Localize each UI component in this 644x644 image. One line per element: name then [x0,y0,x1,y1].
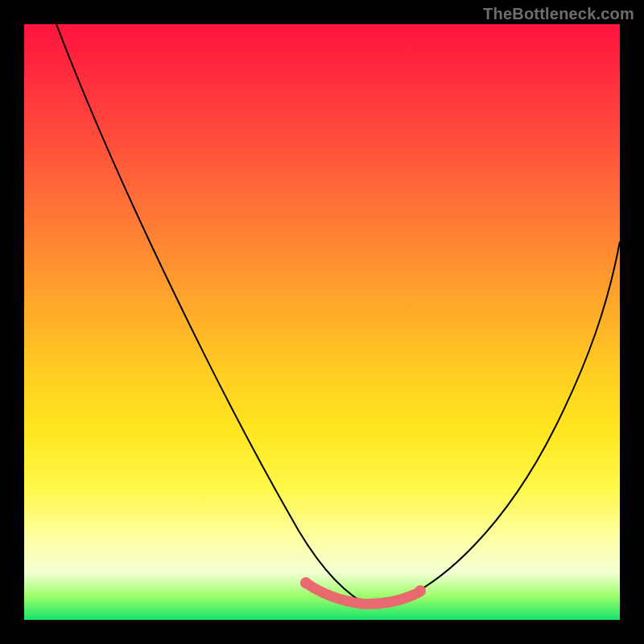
watermark-text: TheBottleneck.com [483,5,634,23]
bottleneck-band [306,583,419,604]
band-start-dot [300,577,312,588]
right-branch-line [386,242,620,605]
curve-layer [24,24,620,620]
chart-frame: TheBottleneck.com [0,0,644,644]
band-end-dot [415,585,426,597]
left-branch-line [56,24,362,602]
plot-area [24,24,620,620]
